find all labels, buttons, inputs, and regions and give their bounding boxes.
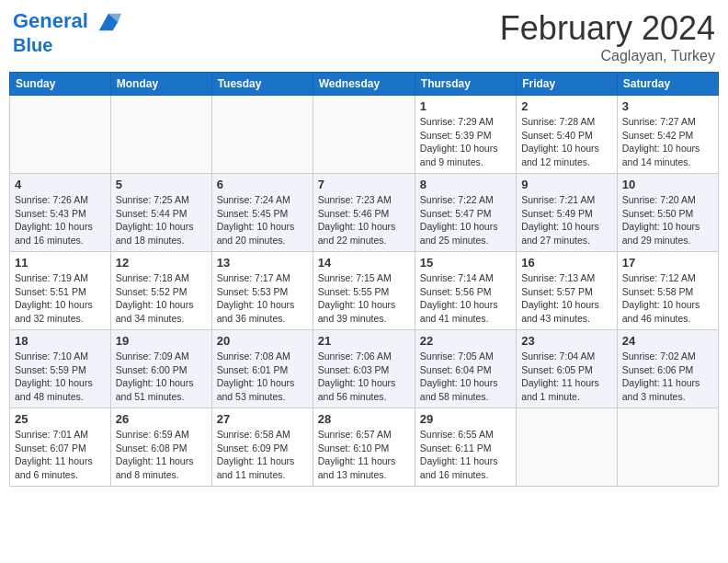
day-number: 6 xyxy=(217,178,308,191)
day-number: 11 xyxy=(15,256,106,270)
day-info: Sunrise: 7:23 AM Sunset: 5:46 PM Dayligh… xyxy=(318,193,410,247)
calendar-cell: 29Sunrise: 6:55 AM Sunset: 6:11 PM Dayli… xyxy=(415,408,516,487)
day-number: 20 xyxy=(217,334,308,348)
calendar-cell: 7Sunrise: 7:23 AM Sunset: 5:46 PM Daylig… xyxy=(313,174,415,252)
calendar-cell: 1Sunrise: 7:29 AM Sunset: 5:39 PM Daylig… xyxy=(415,96,516,174)
calendar-cell xyxy=(110,96,211,174)
day-number: 16 xyxy=(521,256,612,270)
calendar-subtitle: Caglayan, Turkey xyxy=(500,48,715,64)
day-number: 22 xyxy=(420,334,511,348)
day-number: 26 xyxy=(116,412,207,426)
day-number: 3 xyxy=(622,99,713,113)
calendar-cell: 22Sunrise: 7:05 AM Sunset: 6:04 PM Dayli… xyxy=(415,330,516,408)
calendar-cell: 13Sunrise: 7:17 AM Sunset: 5:53 PM Dayli… xyxy=(211,252,313,330)
day-number: 25 xyxy=(15,412,106,426)
day-number: 28 xyxy=(318,412,410,426)
day-number: 19 xyxy=(116,334,207,348)
calendar-cell: 2Sunrise: 7:28 AM Sunset: 5:40 PM Daylig… xyxy=(517,96,618,174)
day-number: 10 xyxy=(622,178,713,191)
column-header-saturday: Saturday xyxy=(617,73,718,96)
day-number: 8 xyxy=(420,178,511,191)
calendar-cell: 17Sunrise: 7:12 AM Sunset: 5:58 PM Dayli… xyxy=(617,252,718,330)
title-block: February 2024 Caglayan, Turkey xyxy=(500,9,715,64)
day-number: 1 xyxy=(420,99,511,113)
calendar-cell: 11Sunrise: 7:19 AM Sunset: 5:51 PM Dayli… xyxy=(10,252,111,330)
day-info: Sunrise: 7:09 AM Sunset: 6:00 PM Dayligh… xyxy=(116,350,207,404)
calendar-cell xyxy=(617,408,718,487)
day-number: 29 xyxy=(420,412,511,426)
column-header-thursday: Thursday xyxy=(415,73,516,96)
calendar-cell: 6Sunrise: 7:24 AM Sunset: 5:45 PM Daylig… xyxy=(211,174,313,252)
column-header-sunday: Sunday xyxy=(10,73,111,96)
calendar-cell: 28Sunrise: 6:57 AM Sunset: 6:10 PM Dayli… xyxy=(313,408,415,487)
day-number: 13 xyxy=(217,256,308,270)
day-info: Sunrise: 6:58 AM Sunset: 6:09 PM Dayligh… xyxy=(217,428,308,482)
day-number: 14 xyxy=(318,256,410,270)
day-info: Sunrise: 7:02 AM Sunset: 6:06 PM Dayligh… xyxy=(622,350,713,404)
calendar-cell: 15Sunrise: 7:14 AM Sunset: 5:56 PM Dayli… xyxy=(415,252,516,330)
column-header-wednesday: Wednesday xyxy=(313,73,415,96)
calendar-cell: 23Sunrise: 7:04 AM Sunset: 6:05 PM Dayli… xyxy=(517,330,618,408)
day-info: Sunrise: 7:22 AM Sunset: 5:47 PM Dayligh… xyxy=(420,193,511,247)
calendar-cell: 21Sunrise: 7:06 AM Sunset: 6:03 PM Dayli… xyxy=(313,330,415,408)
day-number: 27 xyxy=(217,412,308,426)
calendar-cell: 16Sunrise: 7:13 AM Sunset: 5:57 PM Dayli… xyxy=(517,252,618,330)
day-number: 2 xyxy=(521,99,612,113)
calendar-cell: 9Sunrise: 7:21 AM Sunset: 5:49 PM Daylig… xyxy=(517,174,618,252)
calendar-cell: 25Sunrise: 7:01 AM Sunset: 6:07 PM Dayli… xyxy=(10,408,111,487)
day-number: 17 xyxy=(622,256,713,270)
day-number: 18 xyxy=(15,334,106,348)
day-info: Sunrise: 7:29 AM Sunset: 5:39 PM Dayligh… xyxy=(420,115,511,169)
calendar-cell xyxy=(313,96,415,174)
day-info: Sunrise: 7:01 AM Sunset: 6:07 PM Dayligh… xyxy=(15,428,106,482)
day-number: 15 xyxy=(420,256,511,270)
day-info: Sunrise: 7:26 AM Sunset: 5:43 PM Dayligh… xyxy=(15,193,106,247)
calendar-cell xyxy=(10,96,111,174)
column-header-tuesday: Tuesday xyxy=(211,73,313,96)
calendar-cell xyxy=(517,408,618,487)
day-info: Sunrise: 7:08 AM Sunset: 6:01 PM Dayligh… xyxy=(217,350,308,404)
calendar-cell: 8Sunrise: 7:22 AM Sunset: 5:47 PM Daylig… xyxy=(415,174,516,252)
calendar-cell: 12Sunrise: 7:18 AM Sunset: 5:52 PM Dayli… xyxy=(110,252,211,330)
calendar-cell: 14Sunrise: 7:15 AM Sunset: 5:55 PM Dayli… xyxy=(313,252,415,330)
day-info: Sunrise: 7:24 AM Sunset: 5:45 PM Dayligh… xyxy=(217,193,308,247)
calendar-cell: 5Sunrise: 7:25 AM Sunset: 5:44 PM Daylig… xyxy=(110,174,211,252)
day-info: Sunrise: 7:04 AM Sunset: 6:05 PM Dayligh… xyxy=(521,350,612,404)
day-info: Sunrise: 7:14 AM Sunset: 5:56 PM Dayligh… xyxy=(420,271,511,326)
day-number: 9 xyxy=(521,178,612,191)
day-info: Sunrise: 7:19 AM Sunset: 5:51 PM Dayligh… xyxy=(15,271,106,326)
day-info: Sunrise: 7:17 AM Sunset: 5:53 PM Dayligh… xyxy=(217,271,308,326)
calendar-cell: 18Sunrise: 7:10 AM Sunset: 5:59 PM Dayli… xyxy=(10,330,111,408)
day-info: Sunrise: 7:27 AM Sunset: 5:42 PM Dayligh… xyxy=(622,115,713,169)
day-info: Sunrise: 7:13 AM Sunset: 5:57 PM Dayligh… xyxy=(521,271,612,326)
day-info: Sunrise: 7:18 AM Sunset: 5:52 PM Dayligh… xyxy=(116,271,207,326)
calendar-cell: 3Sunrise: 7:27 AM Sunset: 5:42 PM Daylig… xyxy=(617,96,718,174)
day-info: Sunrise: 7:10 AM Sunset: 5:59 PM Dayligh… xyxy=(15,350,106,404)
day-info: Sunrise: 7:25 AM Sunset: 5:44 PM Dayligh… xyxy=(116,193,207,247)
logo-text: General xyxy=(13,9,121,35)
day-number: 7 xyxy=(318,178,410,191)
day-info: Sunrise: 7:12 AM Sunset: 5:58 PM Dayligh… xyxy=(622,271,713,326)
calendar-cell: 24Sunrise: 7:02 AM Sunset: 6:06 PM Dayli… xyxy=(617,330,718,408)
day-number: 24 xyxy=(622,334,713,348)
calendar-title: February 2024 xyxy=(500,9,715,48)
day-info: Sunrise: 7:05 AM Sunset: 6:04 PM Dayligh… xyxy=(420,350,511,404)
calendar-table: SundayMondayTuesdayWednesdayThursdayFrid… xyxy=(9,72,719,487)
calendar-cell: 26Sunrise: 6:59 AM Sunset: 6:08 PM Dayli… xyxy=(110,408,211,487)
day-number: 4 xyxy=(15,178,106,191)
day-number: 5 xyxy=(116,178,207,191)
day-info: Sunrise: 7:28 AM Sunset: 5:40 PM Dayligh… xyxy=(521,115,612,169)
calendar-cell xyxy=(211,96,313,174)
logo: General Blue xyxy=(13,9,121,55)
day-number: 12 xyxy=(116,256,207,270)
page-header: General Blue February 2024 Caglayan, Tur… xyxy=(9,9,719,64)
calendar-cell: 10Sunrise: 7:20 AM Sunset: 5:50 PM Dayli… xyxy=(617,174,718,252)
column-header-friday: Friday xyxy=(517,73,618,96)
day-info: Sunrise: 7:20 AM Sunset: 5:50 PM Dayligh… xyxy=(622,193,713,247)
logo-line2: Blue xyxy=(13,35,121,55)
day-number: 23 xyxy=(521,334,612,348)
day-info: Sunrise: 7:21 AM Sunset: 5:49 PM Dayligh… xyxy=(521,193,612,247)
calendar-cell: 4Sunrise: 7:26 AM Sunset: 5:43 PM Daylig… xyxy=(10,174,111,252)
day-number: 21 xyxy=(318,334,410,348)
day-info: Sunrise: 6:59 AM Sunset: 6:08 PM Dayligh… xyxy=(116,428,207,482)
